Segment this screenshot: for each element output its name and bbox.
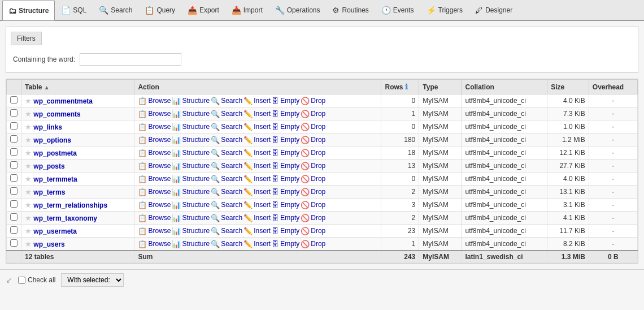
table-name-link[interactable]: wp_usermeta <box>33 227 77 235</box>
search-link[interactable]: 🔍Search <box>211 110 242 118</box>
browse-link[interactable]: 📋Browse <box>138 240 171 248</box>
empty-link[interactable]: 🗄Empty <box>272 110 299 118</box>
empty-link[interactable]: 🗄Empty <box>272 97 299 105</box>
search-link[interactable]: 🔍Search <box>211 149 242 157</box>
drop-link[interactable]: 🚫Drop <box>301 136 325 144</box>
insert-link[interactable]: ✏️Insert <box>243 214 271 222</box>
browse-link[interactable]: 📋Browse <box>138 123 171 131</box>
star-icon[interactable]: ★ <box>25 123 32 131</box>
empty-link[interactable]: 🗄Empty <box>272 162 299 170</box>
insert-link[interactable]: ✏️Insert <box>243 188 271 196</box>
structure-link[interactable]: 📊Structure <box>172 136 210 144</box>
table-name-link[interactable]: wp_options <box>33 136 71 144</box>
structure-link[interactable]: 📊Structure <box>172 97 210 105</box>
row-checkbox[interactable] <box>10 174 18 182</box>
star-icon[interactable]: ★ <box>25 240 32 248</box>
tab-structure[interactable]: 🗂 Structure <box>2 1 55 20</box>
table-name-link[interactable]: wp_terms <box>33 188 65 196</box>
insert-link[interactable]: ✏️Insert <box>243 149 271 157</box>
drop-link[interactable]: 🚫Drop <box>301 175 325 183</box>
table-name-link[interactable]: wp_links <box>33 123 62 131</box>
empty-link[interactable]: 🗄Empty <box>272 149 299 157</box>
browse-link[interactable]: 📋Browse <box>138 136 171 144</box>
tab-triggers[interactable]: ⚡ Triggers <box>420 0 469 20</box>
table-name-link[interactable]: wp_users <box>33 240 64 248</box>
empty-link[interactable]: 🗄Empty <box>272 136 299 144</box>
row-checkbox[interactable] <box>10 161 18 169</box>
structure-link[interactable]: 📊Structure <box>172 162 210 170</box>
insert-link[interactable]: ✏️Insert <box>243 123 271 131</box>
star-icon[interactable]: ★ <box>25 175 32 183</box>
tab-search[interactable]: 🔍 Search <box>93 0 138 20</box>
star-icon[interactable]: ★ <box>25 214 32 222</box>
tab-routines[interactable]: ⚙ Routines <box>326 0 375 20</box>
rows-info-icon[interactable]: ℹ <box>405 83 408 91</box>
drop-link[interactable]: 🚫Drop <box>301 123 325 131</box>
drop-link[interactable]: 🚫Drop <box>301 162 325 170</box>
drop-link[interactable]: 🚫Drop <box>301 188 325 196</box>
empty-link[interactable]: 🗄Empty <box>272 240 299 248</box>
browse-link[interactable]: 📋Browse <box>138 162 171 170</box>
with-selected-dropdown[interactable]: With selected: Drop Empty Add prefix Rep… <box>61 273 124 287</box>
search-link[interactable]: 🔍Search <box>211 175 242 183</box>
star-icon[interactable]: ★ <box>25 110 32 118</box>
browse-link[interactable]: 📋Browse <box>138 201 171 209</box>
structure-link[interactable]: 📊Structure <box>172 149 210 157</box>
browse-link[interactable]: 📋Browse <box>138 175 171 183</box>
row-checkbox[interactable] <box>10 148 18 156</box>
search-link[interactable]: 🔍Search <box>211 201 242 209</box>
tab-export[interactable]: 📤 Export <box>181 0 225 20</box>
browse-link[interactable]: 📋Browse <box>138 97 171 105</box>
table-name-link[interactable]: wp_termmeta <box>33 175 77 183</box>
drop-link[interactable]: 🚫Drop <box>301 227 325 235</box>
search-link[interactable]: 🔍Search <box>211 123 242 131</box>
row-checkbox[interactable] <box>10 109 18 117</box>
row-checkbox[interactable] <box>10 200 18 208</box>
browse-link[interactable]: 📋Browse <box>138 110 171 118</box>
star-icon[interactable]: ★ <box>25 162 32 170</box>
drop-link[interactable]: 🚫Drop <box>301 201 325 209</box>
search-link[interactable]: 🔍Search <box>211 214 242 222</box>
insert-link[interactable]: ✏️Insert <box>243 240 271 248</box>
empty-link[interactable]: 🗄Empty <box>272 214 299 222</box>
table-name-link[interactable]: wp_comments <box>33 110 80 118</box>
insert-link[interactable]: ✏️Insert <box>243 110 271 118</box>
drop-link[interactable]: 🚫Drop <box>301 240 325 248</box>
row-checkbox[interactable] <box>10 135 18 143</box>
filters-tab[interactable]: Filters <box>11 32 42 45</box>
browse-link[interactable]: 📋Browse <box>138 188 171 196</box>
table-name-link[interactable]: wp_term_taxonomy <box>33 214 97 222</box>
search-link[interactable]: 🔍Search <box>211 188 242 196</box>
drop-link[interactable]: 🚫Drop <box>301 97 325 105</box>
row-checkbox[interactable] <box>10 122 18 130</box>
drop-link[interactable]: 🚫Drop <box>301 110 325 118</box>
structure-link[interactable]: 📊Structure <box>172 175 210 183</box>
star-icon[interactable]: ★ <box>25 97 32 105</box>
row-checkbox[interactable] <box>10 239 18 247</box>
row-checkbox[interactable] <box>10 96 18 104</box>
col-table[interactable]: Table ▲ <box>21 80 134 94</box>
structure-link[interactable]: 📊Structure <box>172 240 210 248</box>
tab-import[interactable]: 📥 Import <box>225 0 269 20</box>
insert-link[interactable]: ✏️Insert <box>243 175 271 183</box>
tab-query[interactable]: 📋 Query <box>138 0 181 20</box>
star-icon[interactable]: ★ <box>25 201 32 209</box>
drop-link[interactable]: 🚫Drop <box>301 214 325 222</box>
insert-link[interactable]: ✏️Insert <box>243 97 271 105</box>
empty-link[interactable]: 🗄Empty <box>272 123 299 131</box>
search-link[interactable]: 🔍Search <box>211 227 242 235</box>
table-name-link[interactable]: wp_commentmeta <box>33 97 93 105</box>
structure-link[interactable]: 📊Structure <box>172 227 210 235</box>
tab-events[interactable]: 🕐 Events <box>375 0 420 20</box>
tab-operations[interactable]: 🔧 Operations <box>269 0 327 20</box>
insert-link[interactable]: ✏️Insert <box>243 162 271 170</box>
row-checkbox[interactable] <box>10 226 18 234</box>
browse-link[interactable]: 📋Browse <box>138 149 171 157</box>
empty-link[interactable]: 🗄Empty <box>272 188 299 196</box>
structure-link[interactable]: 📊Structure <box>172 214 210 222</box>
star-icon[interactable]: ★ <box>25 188 32 196</box>
insert-link[interactable]: ✏️Insert <box>243 136 271 144</box>
insert-link[interactable]: ✏️Insert <box>243 201 271 209</box>
check-all-label[interactable]: Check all <box>18 276 55 284</box>
structure-link[interactable]: 📊Structure <box>172 110 210 118</box>
